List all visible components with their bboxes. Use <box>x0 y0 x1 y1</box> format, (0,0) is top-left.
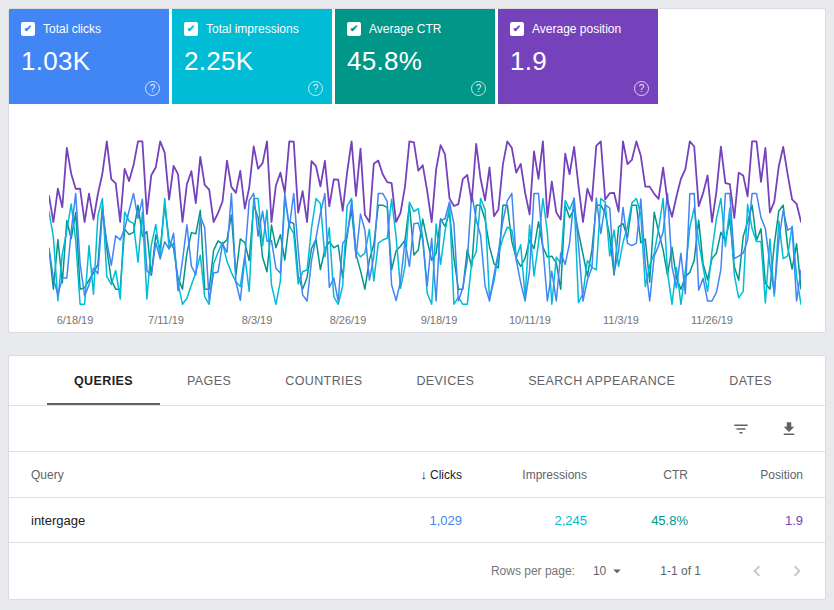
table-toolbar <box>9 406 825 452</box>
rows-per-page-select[interactable]: 10 <box>593 562 626 580</box>
query-cell[interactable]: intergage <box>9 513 342 528</box>
chart-x-tick: 8/26/19 <box>313 314 383 326</box>
tab-search-appearance[interactable]: SEARCH APPEARANCE <box>501 356 702 405</box>
filter-icon <box>732 420 750 438</box>
pagination-range: 1-1 of 1 <box>660 564 701 578</box>
checkbox-checked-icon[interactable]: ✔ <box>184 22 198 36</box>
metric-card-header: ✔ Total clicks <box>21 22 157 36</box>
column-header-clicks[interactable]: ↓Clicks <box>342 467 462 482</box>
table-tabs: QUERIES PAGES COUNTRIES DEVICES SEARCH A… <box>9 356 825 406</box>
position-cell: 1.9 <box>688 513 803 528</box>
tab-pages[interactable]: PAGES <box>160 356 258 405</box>
metric-value: 1.9 <box>510 46 646 77</box>
checkmark-icon: ✔ <box>513 24 521 34</box>
impressions-cell: 2,245 <box>462 513 587 528</box>
metric-label: Average position <box>532 22 621 36</box>
chart-canvas <box>49 138 801 306</box>
chart-x-tick: 11/26/19 <box>677 314 747 326</box>
metric-label: Total impressions <box>206 22 299 36</box>
checkmark-icon: ✔ <box>24 24 32 34</box>
table-pagination: Rows per page: 10 1-1 of 1 <box>9 543 825 599</box>
column-header-impressions[interactable]: Impressions <box>462 468 587 482</box>
metric-value: 45.8% <box>347 46 483 77</box>
tab-countries[interactable]: COUNTRIES <box>258 356 389 405</box>
column-header-ctr[interactable]: CTR <box>587 468 688 482</box>
clicks-cell: 1,029 <box>342 513 462 528</box>
rows-per-page-label: Rows per page: <box>491 564 575 578</box>
performance-summary-panel: ✔ Total clicks 1.03K ? ✔ Total impressio… <box>8 8 826 333</box>
metric-card-total-clicks[interactable]: ✔ Total clicks 1.03K ? <box>9 9 169 104</box>
chart-x-tick: 7/11/19 <box>131 314 201 326</box>
chart-x-axis: 6/18/197/11/198/3/198/26/199/18/1910/11/… <box>40 314 825 326</box>
tab-dates[interactable]: DATES <box>702 356 799 405</box>
chart-line-average-position <box>49 141 801 222</box>
download-button[interactable] <box>779 419 799 439</box>
checkbox-checked-icon[interactable]: ✔ <box>21 22 35 36</box>
metric-cards: ✔ Total clicks 1.03K ? ✔ Total impressio… <box>9 9 825 104</box>
performance-table-panel: QUERIES PAGES COUNTRIES DEVICES SEARCH A… <box>8 355 826 600</box>
table-row[interactable]: intergage 1,029 2,245 45.8% 1.9 <box>9 498 825 543</box>
metric-card-header: ✔ Total impressions <box>184 22 320 36</box>
help-icon[interactable]: ? <box>308 81 323 96</box>
chart-x-tick: 10/11/19 <box>495 314 565 326</box>
search-console-performance-page: ✔ Total clicks 1.03K ? ✔ Total impressio… <box>8 8 826 600</box>
table-header-row: Query ↓Clicks Impressions CTR Position <box>9 452 825 498</box>
checkmark-icon: ✔ <box>350 24 358 34</box>
previous-page-button[interactable] <box>745 559 769 583</box>
ctr-cell: 45.8% <box>587 513 688 528</box>
performance-chart: 6/18/197/11/198/3/198/26/199/18/1910/11/… <box>9 104 825 326</box>
metric-card-average-position[interactable]: ✔ Average position 1.9 ? <box>498 9 658 104</box>
sort-descending-icon: ↓ <box>421 467 428 482</box>
metric-label: Total clicks <box>43 22 101 36</box>
help-icon[interactable]: ? <box>145 81 160 96</box>
dropdown-arrow-icon <box>608 562 626 580</box>
metric-card-total-impressions[interactable]: ✔ Total impressions 2.25K ? <box>172 9 332 104</box>
metric-label: Average CTR <box>369 22 441 36</box>
metric-card-header: ✔ Average position <box>510 22 646 36</box>
metric-value: 1.03K <box>21 46 157 77</box>
next-page-button[interactable] <box>785 559 809 583</box>
tab-queries[interactable]: QUERIES <box>47 356 160 405</box>
chart-x-tick: 9/18/19 <box>404 314 474 326</box>
checkbox-checked-icon[interactable]: ✔ <box>510 22 524 36</box>
column-header-position[interactable]: Position <box>688 468 803 482</box>
help-icon[interactable]: ? <box>634 81 649 96</box>
metric-card-average-ctr[interactable]: ✔ Average CTR 45.8% ? <box>335 9 495 104</box>
chevron-left-icon <box>746 560 768 582</box>
chart-x-tick: 11/3/19 <box>586 314 656 326</box>
filter-button[interactable] <box>731 419 751 439</box>
chart-x-tick: 8/3/19 <box>222 314 292 326</box>
chevron-right-icon <box>786 560 808 582</box>
tab-devices[interactable]: DEVICES <box>389 356 501 405</box>
metric-value: 2.25K <box>184 46 320 77</box>
metric-card-header: ✔ Average CTR <box>347 22 483 36</box>
checkmark-icon: ✔ <box>187 24 195 34</box>
help-icon[interactable]: ? <box>471 81 486 96</box>
rows-per-page-value: 10 <box>593 564 606 578</box>
checkbox-checked-icon[interactable]: ✔ <box>347 22 361 36</box>
column-header-label: Clicks <box>430 468 462 482</box>
column-header-query[interactable]: Query <box>9 468 342 482</box>
download-icon <box>780 420 798 438</box>
chart-x-tick: 6/18/19 <box>40 314 110 326</box>
